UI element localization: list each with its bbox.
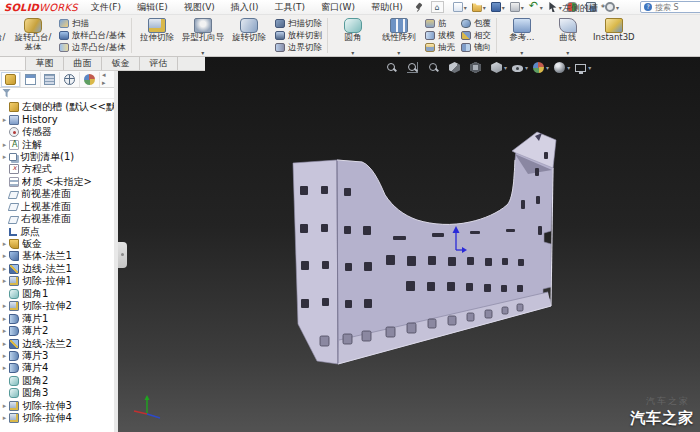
qat-button[interactable] bbox=[527, 1, 545, 13]
ribbon-button[interactable]: 参考... bbox=[499, 15, 545, 56]
ribbon-button[interactable]: 包覆 bbox=[458, 18, 494, 29]
feature-tree-item[interactable]: 切除-拉伸2 bbox=[0, 300, 114, 312]
ribbon-button[interactable]: 拔模 bbox=[422, 30, 458, 41]
expand-arrow-icon[interactable] bbox=[0, 116, 9, 124]
panel-tab[interactable] bbox=[21, 72, 41, 87]
ribbon-button[interactable]: 镜向 bbox=[458, 42, 494, 53]
command-tab[interactable]: 钣金 bbox=[102, 57, 140, 70]
ribbon-button[interactable]: 曲线 bbox=[545, 15, 591, 56]
ribbon-button[interactable]: Instant3D bbox=[591, 15, 637, 56]
feature-tree-item[interactable]: 边线-法兰2 bbox=[0, 337, 114, 349]
hud-button[interactable] bbox=[449, 62, 465, 73]
hud-button[interactable] bbox=[470, 62, 486, 73]
pin-icon[interactable] bbox=[414, 2, 424, 12]
ribbon-button[interactable]: 扫描切除 bbox=[272, 18, 325, 29]
expand-arrow-icon[interactable] bbox=[0, 252, 9, 260]
feature-tree-item[interactable]: 右视基准面 bbox=[0, 213, 114, 225]
hud-button[interactable] bbox=[386, 62, 402, 73]
feature-tree-item[interactable]: 上视基准面 bbox=[0, 201, 114, 213]
hud-button[interactable] bbox=[512, 63, 528, 72]
hud-button[interactable] bbox=[554, 62, 570, 73]
expand-arrow-icon[interactable] bbox=[0, 302, 9, 310]
feature-tree-item[interactable]: 切除-拉伸3 bbox=[0, 400, 114, 412]
feature-tree-item[interactable]: 圆角2 bbox=[0, 375, 114, 387]
feature-tree-item[interactable]: 切除-拉伸4 bbox=[0, 412, 114, 424]
feature-tree-item[interactable]: 原点 bbox=[0, 225, 114, 237]
feature-tree-item[interactable]: 前视基准面 bbox=[0, 188, 114, 200]
expand-arrow-icon[interactable] bbox=[0, 240, 9, 248]
expand-arrow-icon[interactable] bbox=[0, 141, 9, 149]
hud-button[interactable] bbox=[533, 62, 549, 73]
menu-item[interactable]: 视图(V) bbox=[177, 0, 222, 15]
expand-arrow-icon[interactable] bbox=[0, 277, 9, 285]
expand-arrow-icon[interactable] bbox=[0, 352, 9, 360]
hud-button[interactable] bbox=[407, 62, 423, 73]
feature-tree-item[interactable]: 钣金 bbox=[0, 238, 114, 250]
feature-tree-item[interactable]: 薄片3 bbox=[0, 350, 114, 362]
feature-tree-item[interactable]: History bbox=[0, 113, 114, 125]
ribbon-button[interactable]: 筋 bbox=[422, 18, 458, 29]
qat-button[interactable] bbox=[508, 1, 526, 13]
ribbon-button[interactable]: 放样凸台/基体 bbox=[56, 30, 129, 41]
panel-flyout-handle[interactable] bbox=[118, 242, 127, 268]
expand-arrow-icon[interactable] bbox=[0, 402, 9, 410]
panel-tab[interactable] bbox=[80, 72, 100, 87]
feature-tree-item[interactable]: 薄片4 bbox=[0, 362, 114, 374]
command-tab[interactable]: 评估 bbox=[140, 57, 178, 70]
qat-button[interactable] bbox=[470, 1, 488, 13]
panel-tab-scroll-arrows[interactable] bbox=[102, 71, 114, 87]
feature-tree-item[interactable]: 传感器 bbox=[0, 126, 114, 138]
feature-tree-item[interactable]: 基体-法兰1 bbox=[0, 250, 114, 262]
menu-item[interactable]: 文件(F) bbox=[84, 0, 128, 15]
ribbon-button[interactable]: 抽壳 bbox=[422, 42, 458, 53]
panel-tab[interactable] bbox=[1, 72, 21, 87]
feature-tree-item[interactable]: 圆角1 bbox=[0, 288, 114, 300]
expand-arrow-icon[interactable] bbox=[0, 340, 9, 348]
expand-arrow-icon[interactable] bbox=[0, 414, 9, 422]
hud-button[interactable] bbox=[575, 63, 591, 72]
panel-tab[interactable] bbox=[60, 72, 80, 87]
graphics-viewport[interactable]: 汽车之家 汽车之家 bbox=[118, 57, 700, 432]
ribbon-button[interactable]: 圆角 bbox=[330, 15, 376, 56]
search-box[interactable]: 搜索 S bbox=[640, 1, 700, 13]
expand-arrow-icon[interactable] bbox=[0, 364, 9, 372]
command-tab[interactable]: 曲面 bbox=[64, 57, 102, 70]
feature-tree-item[interactable]: 边线-法兰1 bbox=[0, 263, 114, 275]
ribbon-button[interactable]: 线性阵列 bbox=[376, 15, 422, 56]
menu-item[interactable]: 插入(I) bbox=[224, 0, 266, 15]
menu-item[interactable]: 窗口(W) bbox=[314, 0, 362, 15]
feature-tree-item[interactable]: 薄片2 bbox=[0, 325, 114, 337]
expand-arrow-icon[interactable] bbox=[0, 153, 9, 161]
feature-tree-item[interactable]: 方程式 bbox=[0, 163, 114, 175]
panel-tab[interactable] bbox=[41, 72, 61, 87]
home-icon[interactable] bbox=[431, 1, 444, 13]
ribbon-button[interactable]: 边界凸台/基体 bbox=[56, 42, 129, 53]
menu-item[interactable]: 工具(T) bbox=[268, 0, 313, 15]
expand-arrow-icon[interactable] bbox=[0, 265, 9, 273]
feature-tree-item[interactable]: 左侧的槽 (默认<<默认>_显 bbox=[0, 101, 114, 113]
ribbon-button[interactable]: 旋转凸台/基体 bbox=[10, 15, 56, 56]
feature-tree-item[interactable]: 切除-拉伸1 bbox=[0, 275, 114, 287]
command-tab[interactable]: 草图 bbox=[26, 57, 64, 70]
ribbon-button[interactable]: 扫描 bbox=[56, 18, 129, 29]
feature-tree-item[interactable]: 圆角3 bbox=[0, 387, 114, 399]
expand-arrow-icon[interactable] bbox=[0, 315, 9, 323]
menu-item[interactable]: 帮助(H) bbox=[364, 0, 410, 15]
menu-item[interactable]: 编辑(E) bbox=[130, 0, 175, 15]
ribbon-button[interactable]: 拉伸切除 bbox=[134, 15, 180, 56]
ribbon-button[interactable]: 拉伸凸台/基体 bbox=[0, 15, 10, 56]
qat-button[interactable] bbox=[489, 1, 507, 13]
feature-tree-item[interactable]: 切割清单(1) bbox=[0, 151, 114, 163]
tab-features-clipped[interactable] bbox=[0, 57, 26, 70]
ribbon-button[interactable]: 相交 bbox=[458, 30, 494, 41]
feature-tree-item[interactable]: 材质 <未指定> bbox=[0, 176, 114, 188]
qat-button[interactable] bbox=[451, 1, 469, 13]
feature-tree-item[interactable]: 薄片1 bbox=[0, 312, 114, 324]
filter-funnel-icon[interactable] bbox=[2, 89, 11, 98]
hud-button[interactable] bbox=[428, 62, 444, 73]
ribbon-button[interactable]: 旋转切除 bbox=[226, 15, 272, 56]
expand-arrow-icon[interactable] bbox=[0, 327, 9, 335]
feature-tree-item[interactable]: 注解 bbox=[0, 138, 114, 150]
ribbon-button[interactable]: 异型孔向导 bbox=[180, 15, 226, 56]
qat-button[interactable] bbox=[603, 1, 621, 13]
